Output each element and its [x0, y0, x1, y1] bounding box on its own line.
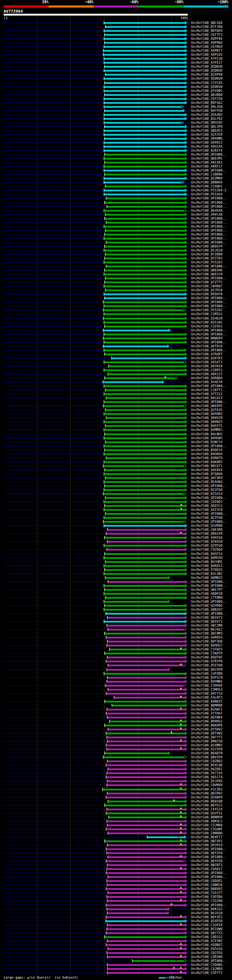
hit-label[interactable]: UniRef100_B9PRG2 — [191, 719, 222, 724]
hit-label[interactable]: UniRef100_C0D1G2 — [191, 935, 222, 939]
hit-bar[interactable] — [106, 916, 185, 918]
hit-bar[interactable] — [107, 760, 185, 762]
hit-label[interactable]: UniRef100_Q6P3J9 — [191, 272, 222, 276]
hit-label[interactable]: UniRef100_A7TZ12 — [191, 392, 222, 396]
hit-bar[interactable] — [106, 242, 185, 243]
hit-label[interactable]: UniRef100_UPI000.. — [191, 300, 227, 304]
hit-bar[interactable] — [104, 70, 185, 72]
hit-label[interactable]: UniRef100_B4J410 — [191, 911, 222, 915]
hit-bar[interactable] — [108, 629, 184, 630]
hit-label[interactable]: UniRef100_C6DGR1 — [191, 879, 222, 883]
hit-bar[interactable] — [107, 641, 185, 643]
hit-bar[interactable] — [107, 912, 167, 914]
hit-label[interactable]: UniRef100_Q5DKU9 — [191, 77, 222, 81]
hit-label[interactable]: UniRef100_O93919 — [191, 843, 222, 847]
hit-bar[interactable] — [104, 90, 185, 92]
hit-bar[interactable] — [107, 784, 185, 786]
hit-label[interactable]: UniRef100_B4FFH8 — [191, 109, 222, 113]
hit-bar[interactable] — [104, 170, 185, 172]
hit-label[interactable]: UniRef100_B4QIY5 — [191, 424, 222, 428]
hit-label[interactable]: UniRef100_B5VLQ0 — [191, 763, 222, 767]
hit-bar[interactable] — [108, 832, 185, 834]
hit-bar[interactable] — [106, 497, 185, 499]
hit-bar[interactable] — [106, 533, 185, 535]
hit-label[interactable]: UniRef100_Q2F635 — [191, 408, 222, 412]
hit-label[interactable]: UniRef100_C6TBG9 — [191, 45, 222, 49]
hit-label[interactable]: UniRef100_B4PNN5 — [191, 680, 222, 684]
hit-bar[interactable] — [105, 353, 185, 355]
hit-label[interactable]: UniRef100_UPI000.. — [191, 153, 227, 157]
hit-label[interactable]: UniRef100_UPI000.. — [191, 229, 227, 232]
hit-bar[interactable] — [106, 186, 185, 188]
hit-label[interactable]: UniRef100_A4S471 — [191, 360, 222, 364]
hit-label[interactable]: UniRef100_B4KDI3 — [191, 564, 222, 568]
hit-bar[interactable] — [106, 197, 185, 199]
hit-bar[interactable] — [104, 369, 185, 371]
hit-label[interactable]: UniRef100_Q5ABV9 — [191, 795, 222, 799]
hit-label[interactable]: UniRef100_Q4E0S4 — [191, 468, 222, 472]
hit-label[interactable]: UniRef100_Q6DJM1 — [191, 157, 222, 161]
hit-label[interactable]: UniRef100_B7Z800 — [191, 253, 222, 256]
hit-bar[interactable] — [107, 868, 185, 870]
hit-label[interactable]: UniRef100_C6K3R8 — [191, 528, 222, 532]
hit-label[interactable]: UniRef100_B6Q1Q0 — [191, 799, 222, 803]
hit-label[interactable]: UniRef100_C1GPI8 — [191, 923, 222, 927]
hit-label[interactable]: UniRef100_Q295S0 — [191, 544, 222, 548]
hit-label[interactable]: UniRef100_C1BTY1 — [191, 388, 222, 392]
hit-bar[interactable] — [104, 102, 185, 104]
hit-label[interactable]: UniRef100_C5JM60 — [191, 823, 222, 827]
hit-label[interactable]: UniRef100_Q6FWK4 — [191, 716, 222, 719]
hit-label[interactable]: UniRef100_UPI000.. — [191, 225, 227, 229]
hit-bar[interactable] — [105, 154, 185, 156]
hit-label[interactable]: UniRef100_UPI000.. — [191, 332, 227, 336]
hit-bar[interactable] — [107, 669, 168, 671]
hit-bar[interactable] — [103, 493, 183, 495]
hit-label[interactable]: UniRef100_UPI000.. — [191, 959, 227, 963]
hit-bar[interactable] — [104, 122, 181, 124]
hit-label[interactable]: UniRef100_Q9TVW2 — [191, 732, 222, 735]
hit-label[interactable]: UniRef100_UPI000.. — [191, 871, 227, 875]
hit-bar[interactable] — [107, 884, 185, 886]
hit-bar[interactable] — [106, 764, 185, 766]
hit-label[interactable]: UniRef100_Q5ZMK9 — [191, 177, 222, 181]
hit-bar[interactable] — [107, 206, 185, 208]
hit-label[interactable]: UniRef100_B4JUM1 — [191, 560, 222, 564]
hit-label[interactable]: UniRef100_Q8TX59 — [191, 851, 222, 855]
hit-label[interactable]: UniRef100_C5DUW5 — [191, 963, 222, 967]
hit-label[interactable]: UniRef100_UPI000.. — [191, 580, 227, 584]
hit-bar[interactable] — [105, 126, 185, 128]
hit-bar[interactable] — [104, 250, 185, 251]
hit-bar[interactable] — [104, 673, 185, 675]
hit-label[interactable]: UniRef100_B2ZFA0 — [191, 516, 222, 520]
hit-bar[interactable] — [106, 904, 185, 906]
hit-bar[interactable] — [104, 453, 185, 455]
hit-bar[interactable] — [106, 441, 185, 443]
hit-bar[interactable] — [106, 290, 185, 291]
hit-bar[interactable] — [104, 226, 185, 228]
hit-label[interactable]: UniRef100_B9FG62 — [191, 101, 222, 105]
hit-label[interactable]: UniRef100_B6YUJ1 — [191, 803, 222, 807]
hit-label[interactable]: UniRef100_B4L0J3 — [191, 396, 222, 400]
hit-bar[interactable] — [106, 266, 185, 267]
hit-label[interactable]: UniRef100_A8N3L5 — [191, 819, 222, 823]
hit-bar[interactable] — [106, 860, 183, 862]
hit-bar[interactable] — [104, 98, 185, 100]
hit-label[interactable]: UniRef100_B3S1W1 — [191, 321, 222, 325]
hit-bar[interactable] — [104, 429, 185, 431]
hit-label[interactable]: UniRef100_Q64640 — [191, 209, 222, 213]
hit-bar[interactable] — [107, 792, 185, 794]
hit-bar[interactable] — [106, 829, 185, 830]
hit-label[interactable]: UniRef100_P47143 — [191, 771, 222, 775]
hit-label[interactable]: UniRef100_Q0DZE5 — [191, 129, 222, 133]
hit-bar[interactable] — [107, 529, 185, 531]
hit-bar[interactable] — [103, 521, 183, 523]
hit-label[interactable]: UniRef100_C8ZBQ2 — [191, 759, 222, 763]
hit-bar[interactable] — [104, 78, 185, 80]
hit-bar[interactable] — [106, 577, 168, 579]
hit-label[interactable]: UniRef100_P45416 — [191, 947, 222, 951]
hit-bar[interactable] — [107, 956, 185, 958]
hit-bar[interactable] — [104, 86, 185, 88]
hit-bar[interactable] — [107, 852, 185, 854]
hit-label[interactable]: UniRef100_Q4CYT2 — [191, 735, 222, 740]
hit-bar[interactable] — [104, 421, 185, 423]
